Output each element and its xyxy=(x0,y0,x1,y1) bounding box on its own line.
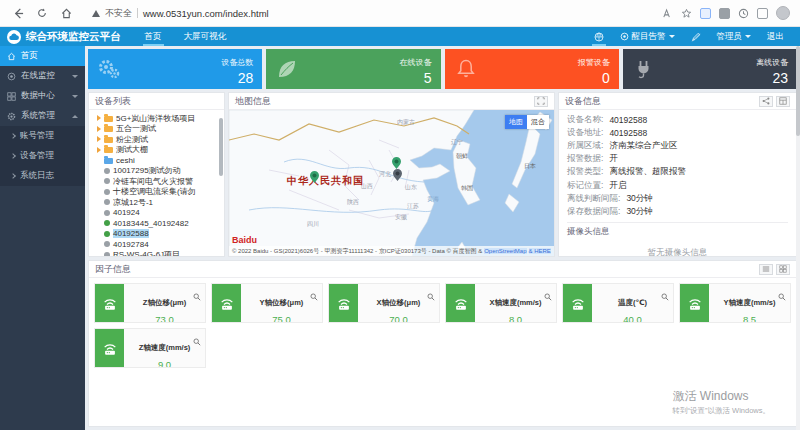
factor-card[interactable]: Y轴位移(μm) 75.0 xyxy=(211,283,323,323)
factor-card[interactable]: 温度(℃) 40.0 xyxy=(562,283,674,323)
collections-icon[interactable] xyxy=(757,8,768,19)
favorites-icon[interactable] xyxy=(681,8,692,19)
magnifier-icon[interactable] xyxy=(778,287,786,305)
extension-icon[interactable] xyxy=(700,8,711,19)
sidebar-item-system[interactable]: 系统管理 xyxy=(0,106,85,126)
edit-pen-icon[interactable] xyxy=(683,27,709,46)
sidebar-item-accounts[interactable]: 账号管理 xyxy=(0,126,85,146)
factor-label: Z轴位移(μm) xyxy=(143,298,186,307)
factor-card[interactable]: Y轴速度(mm/s) 8.5 xyxy=(679,283,791,323)
logout-button[interactable]: 退出 xyxy=(759,31,792,43)
map-type-map-button[interactable]: 地图 xyxy=(505,115,527,129)
map-type-hybrid-button[interactable]: 混合 xyxy=(527,115,549,129)
map-sea-label: 黄海 xyxy=(427,195,439,204)
list-view-icon[interactable] xyxy=(759,264,773,275)
sidebar-item-home[interactable]: 首页 xyxy=(0,46,85,66)
factor-card[interactable]: Z轴位移(μm) 73.0 xyxy=(94,283,206,323)
expand-arrow-icon[interactable] xyxy=(97,147,101,153)
tree-item[interactable]: 40192784 xyxy=(97,239,224,250)
device-info-fields: 设备名称: 40192588 设备地址: 40192588 所属区域: xyxy=(567,113,788,219)
sidebar-item-label: 系统日志 xyxy=(20,170,54,182)
stat-value: 28 xyxy=(238,70,254,86)
folder-icon xyxy=(104,147,113,153)
tree-item[interactable]: RS-WS-4G-6J项目 xyxy=(97,250,224,257)
device-marker-offline-icon[interactable] xyxy=(393,169,402,181)
tree-item[interactable]: 测试大棚 xyxy=(97,145,224,156)
tree-item[interactable]: 40183445_40192482 xyxy=(97,218,224,229)
factor-card[interactable]: X轴位移(μm) 70.0 xyxy=(328,283,440,323)
address-divider xyxy=(137,8,138,18)
sidebar-item-datacenter[interactable]: 数据中心 xyxy=(0,86,85,106)
device-marker-online-icon[interactable] xyxy=(310,171,319,183)
here-link[interactable]: & HERE xyxy=(529,248,551,254)
factor-card[interactable]: X轴速度(mm/s) 8.0 xyxy=(445,283,557,323)
sidebar-item-syslog[interactable]: 系统日志 xyxy=(0,166,85,186)
nav-tab-home[interactable]: 首页 xyxy=(134,27,173,46)
tree-item[interactable]: ceshi xyxy=(97,155,224,166)
reload-icon[interactable] xyxy=(34,5,50,21)
stat-value: 5 xyxy=(424,70,432,86)
browser-profile-avatar[interactable] xyxy=(776,6,790,20)
expand-arrow-icon[interactable] xyxy=(97,136,101,142)
home-icon[interactable] xyxy=(58,5,74,21)
stat-value: 0 xyxy=(602,70,610,86)
tree-item[interactable]: 五合一测试 xyxy=(97,124,224,135)
tree-item[interactable]: 401924 xyxy=(97,208,224,219)
back-icon[interactable] xyxy=(10,5,26,21)
fullscreen-icon[interactable] xyxy=(586,27,612,46)
page-scrollbar[interactable] xyxy=(796,46,800,430)
sidebar-item-monitoring[interactable]: 在线监控 xyxy=(0,66,85,86)
stat-alarm-devices: 报警设备0 xyxy=(445,49,619,89)
magnifier-icon[interactable] xyxy=(427,287,435,305)
tree-item[interactable]: 5G+岚山海洋牧场项目 xyxy=(97,113,224,124)
alert-mode-dropdown[interactable]: 醒目告警 xyxy=(612,31,683,43)
tree-item[interactable]: 凉城12号-1 xyxy=(97,197,224,208)
magnifier-icon[interactable] xyxy=(661,287,669,305)
expand-arrow-icon[interactable] xyxy=(97,115,101,121)
device-marker-online-icon[interactable] xyxy=(392,157,401,169)
main-content: 设备总数28 在线设备5 报警设备0 离线设备23 设备列表 xyxy=(85,46,800,430)
magnifier-icon[interactable] xyxy=(310,287,318,305)
openstreetmap-link[interactable]: OpenStreetMap xyxy=(484,248,526,254)
map-region-label: 山东 xyxy=(405,183,417,192)
sidebar-item-devices[interactable]: 设备管理 xyxy=(0,146,85,166)
address-bar[interactable]: 不安全 www.0531yun.com/index.html xyxy=(92,7,269,20)
nav-tab-bigscreen[interactable]: 大屏可视化 xyxy=(173,27,238,46)
field-label: 报警类型: xyxy=(567,166,603,178)
baidu-map[interactable]: 内蒙古 辽宁 朝鲜 韩国 日本 河北 山西 山东 黄海 江苏 安徽 陕西 四川 … xyxy=(229,110,554,256)
tree-item[interactable]: 10017295测试勿动 xyxy=(97,166,224,177)
stat-label: 设备总数 xyxy=(221,58,253,67)
field-label: 设备地址: xyxy=(567,127,603,139)
share-nodes-icon[interactable] xyxy=(759,96,773,107)
factor-card[interactable]: Z轴速度(mm/s) 9.0 xyxy=(94,328,206,368)
tree-item[interactable]: 十楼空调电流采集(请勿 xyxy=(97,187,224,198)
tree-item-label: 40192784 xyxy=(113,240,149,249)
map-region-label: 辽宁 xyxy=(451,138,463,147)
magnifier-icon[interactable] xyxy=(193,332,201,350)
tree-item[interactable]: 粉尘测试 xyxy=(97,134,224,145)
expand-arrow-icon[interactable] xyxy=(97,126,101,132)
browser-extension-icon[interactable] xyxy=(719,8,730,19)
history-icon[interactable] xyxy=(738,8,749,19)
tree-item[interactable]: 冷链车间电气火灾报警 xyxy=(97,176,224,187)
tree-scrollbar[interactable] xyxy=(219,118,223,176)
map-region-label: 韩国 xyxy=(461,184,473,193)
magnifier-icon[interactable] xyxy=(193,287,201,305)
scrollbar-thumb[interactable] xyxy=(796,46,800,136)
read-aloud-icon[interactable] xyxy=(662,8,673,19)
stat-label: 在线设备 xyxy=(400,58,432,67)
map-expand-icon[interactable] xyxy=(534,96,548,107)
chevron-right-icon xyxy=(10,133,16,139)
grid-view-icon[interactable] xyxy=(776,264,790,275)
device-info-row: 保存数据间隔: 30分钟 xyxy=(567,205,788,218)
tree-item[interactable]: 40192588 xyxy=(97,229,224,240)
chevron-down-icon xyxy=(745,35,751,38)
gear-icon xyxy=(7,112,16,121)
map-region-label: 朝鲜 xyxy=(456,152,468,161)
user-dropdown[interactable]: 管理员 xyxy=(709,31,760,43)
map-type-control: 地图 混合 xyxy=(505,115,549,129)
table-view-icon[interactable] xyxy=(776,96,790,107)
sensor-icon xyxy=(446,284,475,322)
url-text[interactable]: www.0531yun.com/index.html xyxy=(143,8,269,19)
magnifier-icon[interactable] xyxy=(544,287,552,305)
